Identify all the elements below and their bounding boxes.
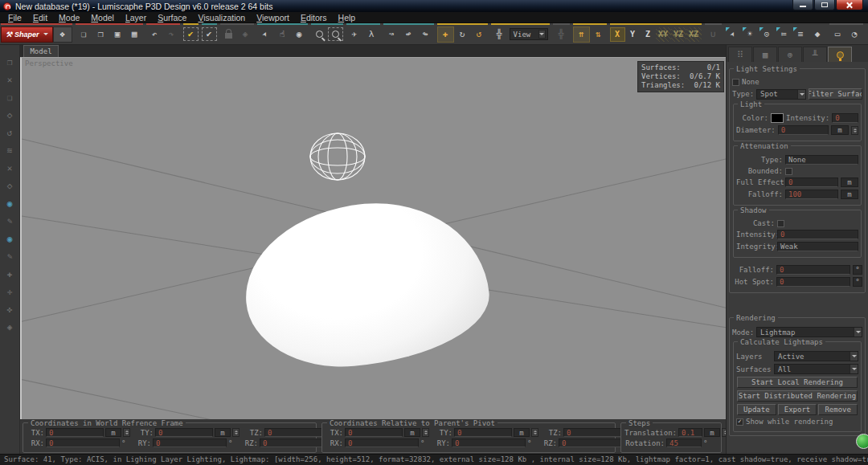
- visibility-button[interactable]: ⊙: [759, 27, 776, 43]
- zoom-region-button[interactable]: [328, 27, 343, 41]
- menu-mode[interactable]: Mode: [53, 13, 85, 22]
- rail-star-point-button[interactable]: ✜: [3, 304, 17, 316]
- lock-button[interactable]: [220, 27, 237, 43]
- attenuation-type-input[interactable]: None: [785, 155, 858, 165]
- color-swatch[interactable]: [771, 113, 784, 123]
- basket-button[interactable]: ∪: [705, 27, 722, 43]
- save-button[interactable]: ▣: [109, 27, 126, 43]
- undo-button[interactable]: ↶: [146, 27, 163, 43]
- camera-path-play-button[interactable]: ↬: [417, 27, 434, 43]
- rail-show-button[interactable]: ◉: [3, 198, 17, 210]
- gauge-button[interactable]: ◔: [846, 27, 863, 43]
- select-marquee-button[interactable]: ✔: [202, 27, 217, 41]
- rail-isolate-button[interactable]: ◉: [3, 233, 17, 245]
- remove-button[interactable]: Remove: [818, 404, 858, 415]
- export-button[interactable]: Export: [778, 404, 817, 415]
- rail-reset-button[interactable]: ↺: [3, 127, 17, 139]
- redo-button[interactable]: ↷: [163, 27, 180, 43]
- rail-draw-button[interactable]: ✎: [3, 251, 17, 263]
- ty-unit[interactable]: m: [215, 428, 231, 437]
- menu-layer[interactable]: Layer: [120, 13, 152, 22]
- diameter-input[interactable]: 0: [778, 125, 829, 135]
- translation-input[interactable]: 0.1: [678, 428, 702, 437]
- ry-input[interactable]: 0: [452, 438, 526, 447]
- save-all-button[interactable]: ▦: [126, 27, 143, 43]
- axis-yz-button[interactable]: YZ: [671, 27, 686, 42]
- ty-stepper[interactable]: [232, 428, 240, 437]
- tab-hierarchy[interactable]: ╨: [803, 47, 827, 62]
- camera-path-lock-button[interactable]: ↫: [400, 27, 417, 43]
- arrange-up-button[interactable]: ⇈: [573, 27, 590, 43]
- intensity-input[interactable]: 0: [832, 113, 858, 123]
- show-while-rendering-checkbox[interactable]: ✓: [736, 418, 743, 426]
- tx-input[interactable]: 0: [46, 428, 104, 437]
- hierarchy-alt-button[interactable]: ╬: [553, 27, 570, 43]
- bounded-checkbox[interactable]: [785, 168, 792, 175]
- open-file-button[interactable]: ❒: [92, 27, 109, 43]
- ty-stepper[interactable]: [531, 428, 538, 437]
- ry-input[interactable]: 0: [153, 438, 227, 447]
- cast-checkbox[interactable]: [777, 220, 784, 227]
- rail-snap-button[interactable]: ◇: [3, 180, 17, 192]
- wireframe-sphere[interactable]: [308, 132, 367, 183]
- mode-dropdown[interactable]: Lightmap: [756, 327, 862, 337]
- update-button[interactable]: Update: [737, 404, 776, 415]
- menu-help[interactable]: Help: [333, 13, 362, 22]
- surfaces-dropdown[interactable]: All: [774, 364, 858, 374]
- axis-xz-button[interactable]: XZ: [686, 27, 702, 42]
- viewport-3d[interactable]: Perspective Surfaces:0/1 Vertices:0/6.7 …: [20, 57, 726, 419]
- menu-editors[interactable]: Editors: [295, 13, 333, 22]
- zoom-button[interactable]: [311, 27, 328, 43]
- translation-unit[interactable]: m: [704, 428, 720, 437]
- rail-copy-button[interactable]: ❐: [3, 56, 17, 68]
- axis-z-button[interactable]: Z: [641, 27, 656, 42]
- ty-input[interactable]: 0: [454, 428, 512, 437]
- axis-y-button[interactable]: Y: [625, 27, 641, 42]
- layers-dropdown[interactable]: Active: [774, 351, 858, 361]
- select-confirm-button[interactable]: ✔: [183, 27, 199, 41]
- maximize-button[interactable]: [814, 0, 835, 10]
- close-button[interactable]: [836, 0, 863, 10]
- hot-spot-input[interactable]: 0: [776, 277, 850, 287]
- rail-edit-button[interactable]: ✎: [3, 215, 17, 227]
- tab-light[interactable]: [828, 47, 852, 62]
- rail-cut-button[interactable]: ✕: [3, 74, 17, 86]
- tx-unit[interactable]: m: [105, 428, 121, 437]
- diameter-stepper[interactable]: [851, 126, 858, 135]
- rail-delete-button[interactable]: ✕: [3, 162, 17, 174]
- ty-unit[interactable]: m: [514, 428, 530, 437]
- shaper-button[interactable]: ⚒Shaper: [1, 27, 53, 43]
- tools-list-button[interactable]: ≔: [776, 27, 792, 43]
- tab-textures[interactable]: ▩: [753, 47, 777, 62]
- notification-badge[interactable]: [856, 434, 868, 449]
- tag-button[interactable]: ◆: [809, 27, 826, 43]
- tx-input[interactable]: 0: [345, 428, 403, 437]
- shadow-intensity-input[interactable]: 0: [777, 230, 858, 239]
- hierarchy-button[interactable]: ╬: [491, 27, 508, 43]
- full-effect-unit[interactable]: m: [841, 177, 858, 187]
- rail-paste-button[interactable]: ❏: [3, 92, 17, 104]
- tab-materials[interactable]: ⠿: [728, 47, 752, 62]
- rail-gizmo-button[interactable]: ◈: [3, 321, 17, 333]
- attenuation-falloff-input[interactable]: 100: [785, 190, 838, 199]
- rotate-button[interactable]: ↻: [454, 27, 471, 43]
- menu-visualization[interactable]: Visualization: [192, 13, 251, 22]
- rotate-pivot-button[interactable]: ↺: [471, 27, 488, 43]
- pan-button[interactable]: ☝: [274, 27, 291, 43]
- menu-model[interactable]: Model: [85, 13, 120, 22]
- diameter-unit[interactable]: m: [831, 125, 849, 135]
- tz-input[interactable]: 0: [563, 428, 621, 437]
- orbit-button[interactable]: ◉: [291, 27, 308, 43]
- rail-smooth-button[interactable]: ≋: [3, 145, 17, 157]
- axis-x-button[interactable]: X: [610, 27, 625, 42]
- ruler-button[interactable]: ▭: [829, 27, 846, 43]
- fly-button[interactable]: ✈: [346, 27, 363, 43]
- new-file-button[interactable]: ❏: [76, 27, 92, 43]
- rotation-input[interactable]: 45: [666, 438, 702, 447]
- tx-unit[interactable]: m: [404, 428, 420, 437]
- arrange-swap-button[interactable]: ⇅: [590, 27, 607, 43]
- tz-input[interactable]: 0: [264, 428, 322, 437]
- light-type-dropdown[interactable]: Spot: [756, 89, 806, 100]
- spot-falloff-input[interactable]: 0: [776, 265, 850, 275]
- pick-cursor-button[interactable]: ➤: [725, 27, 742, 43]
